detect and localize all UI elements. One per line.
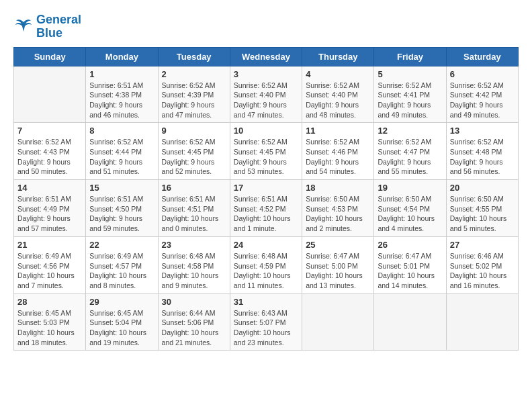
- day-number: 3: [234, 69, 298, 79]
- calendar-cell: 26Sunrise: 6:47 AM Sunset: 5:01 PM Dayli…: [374, 236, 446, 293]
- day-info: Sunrise: 6:52 AM Sunset: 4:45 PM Dayligh…: [234, 137, 298, 177]
- week-row-4: 21Sunrise: 6:49 AM Sunset: 4:56 PM Dayli…: [14, 236, 519, 293]
- calendar-cell: 3Sunrise: 6:52 AM Sunset: 4:40 PM Daylig…: [230, 66, 302, 123]
- day-info: Sunrise: 6:51 AM Sunset: 4:52 PM Dayligh…: [234, 194, 298, 234]
- calendar-cell: 25Sunrise: 6:47 AM Sunset: 5:00 PM Dayli…: [302, 236, 374, 293]
- calendar-cell: 21Sunrise: 6:49 AM Sunset: 4:56 PM Dayli…: [14, 236, 86, 293]
- calendar-cell: 22Sunrise: 6:49 AM Sunset: 4:57 PM Dayli…: [86, 236, 158, 293]
- calendar-table: SundayMondayTuesdayWednesdayThursdayFrid…: [13, 47, 519, 351]
- calendar-cell: 16Sunrise: 6:51 AM Sunset: 4:51 PM Dayli…: [158, 180, 230, 237]
- day-number: 30: [162, 297, 226, 307]
- day-info: Sunrise: 6:50 AM Sunset: 4:53 PM Dayligh…: [306, 194, 370, 234]
- calendar-cell: 28Sunrise: 6:45 AM Sunset: 5:03 PM Dayli…: [14, 293, 86, 351]
- day-info: Sunrise: 6:52 AM Sunset: 4:40 PM Dayligh…: [234, 81, 298, 120]
- day-number: 27: [450, 240, 515, 250]
- calendar-cell: 18Sunrise: 6:50 AM Sunset: 4:53 PM Dayli…: [302, 180, 374, 237]
- day-info: Sunrise: 6:52 AM Sunset: 4:39 PM Dayligh…: [162, 81, 226, 120]
- calendar-cell: [446, 293, 518, 351]
- calendar-cell: 9Sunrise: 6:52 AM Sunset: 4:45 PM Daylig…: [158, 123, 230, 180]
- day-number: 17: [234, 183, 298, 193]
- day-info: Sunrise: 6:49 AM Sunset: 4:57 PM Dayligh…: [89, 251, 154, 291]
- calendar-cell: 23Sunrise: 6:48 AM Sunset: 4:58 PM Dayli…: [158, 236, 230, 293]
- day-header-sunday: Sunday: [14, 47, 86, 66]
- day-info: Sunrise: 6:44 AM Sunset: 5:06 PM Dayligh…: [162, 308, 226, 348]
- day-info: Sunrise: 6:45 AM Sunset: 5:04 PM Dayligh…: [89, 308, 154, 348]
- day-info: Sunrise: 6:51 AM Sunset: 4:49 PM Dayligh…: [17, 194, 82, 234]
- calendar-cell: 10Sunrise: 6:52 AM Sunset: 4:45 PM Dayli…: [230, 123, 302, 180]
- day-number: 23: [162, 240, 226, 250]
- day-info: Sunrise: 6:52 AM Sunset: 4:44 PM Dayligh…: [89, 137, 154, 177]
- day-number: 26: [378, 240, 442, 250]
- day-number: 28: [17, 297, 82, 307]
- day-number: 2: [162, 69, 226, 79]
- calendar-cell: 13Sunrise: 6:52 AM Sunset: 4:48 PM Dayli…: [446, 123, 518, 180]
- day-number: 1: [89, 69, 154, 79]
- day-number: 21: [17, 240, 82, 250]
- day-number: 15: [89, 183, 154, 193]
- day-info: Sunrise: 6:47 AM Sunset: 5:00 PM Dayligh…: [306, 251, 370, 291]
- day-info: Sunrise: 6:46 AM Sunset: 5:02 PM Dayligh…: [450, 251, 515, 291]
- day-info: Sunrise: 6:48 AM Sunset: 4:58 PM Dayligh…: [162, 251, 226, 291]
- logo-text: General Blue: [36, 13, 81, 40]
- day-number: 18: [306, 183, 370, 193]
- day-number: 24: [234, 240, 298, 250]
- day-header-friday: Friday: [374, 47, 446, 66]
- day-info: Sunrise: 6:52 AM Sunset: 4:47 PM Dayligh…: [378, 137, 442, 177]
- day-number: 13: [450, 126, 515, 136]
- day-info: Sunrise: 6:49 AM Sunset: 4:56 PM Dayligh…: [17, 251, 82, 291]
- calendar-cell: [374, 293, 446, 351]
- calendar-cell: 4Sunrise: 6:52 AM Sunset: 4:40 PM Daylig…: [302, 66, 374, 123]
- day-info: Sunrise: 6:52 AM Sunset: 4:42 PM Dayligh…: [450, 81, 515, 120]
- logo-icon: [13, 17, 34, 37]
- calendar-cell: 1Sunrise: 6:51 AM Sunset: 4:38 PM Daylig…: [86, 66, 158, 123]
- day-info: Sunrise: 6:50 AM Sunset: 4:54 PM Dayligh…: [378, 194, 442, 234]
- calendar-cell: 19Sunrise: 6:50 AM Sunset: 4:54 PM Dayli…: [374, 180, 446, 237]
- calendar-cell: 15Sunrise: 6:51 AM Sunset: 4:50 PM Dayli…: [86, 180, 158, 237]
- calendar-cell: [14, 66, 86, 123]
- day-header-tuesday: Tuesday: [158, 47, 230, 66]
- day-info: Sunrise: 6:52 AM Sunset: 4:45 PM Dayligh…: [162, 137, 226, 177]
- calendar-cell: 5Sunrise: 6:52 AM Sunset: 4:41 PM Daylig…: [374, 66, 446, 123]
- day-info: Sunrise: 6:51 AM Sunset: 4:51 PM Dayligh…: [162, 194, 226, 234]
- day-info: Sunrise: 6:43 AM Sunset: 5:07 PM Dayligh…: [234, 308, 298, 348]
- day-header-saturday: Saturday: [446, 47, 518, 66]
- week-row-5: 28Sunrise: 6:45 AM Sunset: 5:03 PM Dayli…: [14, 293, 519, 351]
- calendar-cell: 12Sunrise: 6:52 AM Sunset: 4:47 PM Dayli…: [374, 123, 446, 180]
- calendar-cell: 31Sunrise: 6:43 AM Sunset: 5:07 PM Dayli…: [230, 293, 302, 351]
- week-row-3: 14Sunrise: 6:51 AM Sunset: 4:49 PM Dayli…: [14, 180, 519, 237]
- day-info: Sunrise: 6:52 AM Sunset: 4:46 PM Dayligh…: [306, 137, 370, 177]
- day-number: 29: [89, 297, 154, 307]
- calendar-cell: 20Sunrise: 6:50 AM Sunset: 4:55 PM Dayli…: [446, 180, 518, 237]
- calendar-cell: 27Sunrise: 6:46 AM Sunset: 5:02 PM Dayli…: [446, 236, 518, 293]
- calendar-cell: 6Sunrise: 6:52 AM Sunset: 4:42 PM Daylig…: [446, 66, 518, 123]
- calendar-cell: 2Sunrise: 6:52 AM Sunset: 4:39 PM Daylig…: [158, 66, 230, 123]
- calendar-cell: 29Sunrise: 6:45 AM Sunset: 5:04 PM Dayli…: [86, 293, 158, 351]
- day-number: 25: [306, 240, 370, 250]
- day-number: 20: [450, 183, 515, 193]
- calendar-cell: 24Sunrise: 6:48 AM Sunset: 4:59 PM Dayli…: [230, 236, 302, 293]
- day-info: Sunrise: 6:51 AM Sunset: 4:50 PM Dayligh…: [89, 194, 154, 234]
- day-number: 8: [89, 126, 154, 136]
- day-number: 16: [162, 183, 226, 193]
- day-header-monday: Monday: [86, 47, 158, 66]
- calendar-cell: 11Sunrise: 6:52 AM Sunset: 4:46 PM Dayli…: [302, 123, 374, 180]
- calendar-cell: [302, 293, 374, 351]
- day-number: 9: [162, 126, 226, 136]
- day-number: 11: [306, 126, 370, 136]
- day-info: Sunrise: 6:45 AM Sunset: 5:03 PM Dayligh…: [17, 308, 82, 348]
- week-row-2: 7Sunrise: 6:52 AM Sunset: 4:43 PM Daylig…: [14, 123, 519, 180]
- page-header: General Blue: [13, 13, 519, 40]
- day-info: Sunrise: 6:52 AM Sunset: 4:41 PM Dayligh…: [378, 81, 442, 120]
- calendar-cell: 8Sunrise: 6:52 AM Sunset: 4:44 PM Daylig…: [86, 123, 158, 180]
- day-info: Sunrise: 6:52 AM Sunset: 4:48 PM Dayligh…: [450, 137, 515, 177]
- day-number: 19: [378, 183, 442, 193]
- week-row-1: 1Sunrise: 6:51 AM Sunset: 4:38 PM Daylig…: [14, 66, 519, 123]
- day-number: 14: [17, 183, 82, 193]
- day-info: Sunrise: 6:51 AM Sunset: 4:38 PM Dayligh…: [89, 81, 154, 120]
- calendar-cell: 30Sunrise: 6:44 AM Sunset: 5:06 PM Dayli…: [158, 293, 230, 351]
- day-info: Sunrise: 6:52 AM Sunset: 4:40 PM Dayligh…: [306, 81, 370, 120]
- day-info: Sunrise: 6:52 AM Sunset: 4:43 PM Dayligh…: [17, 137, 82, 177]
- calendar-cell: 14Sunrise: 6:51 AM Sunset: 4:49 PM Dayli…: [14, 180, 86, 237]
- day-number: 6: [450, 69, 515, 79]
- day-header-wednesday: Wednesday: [230, 47, 302, 66]
